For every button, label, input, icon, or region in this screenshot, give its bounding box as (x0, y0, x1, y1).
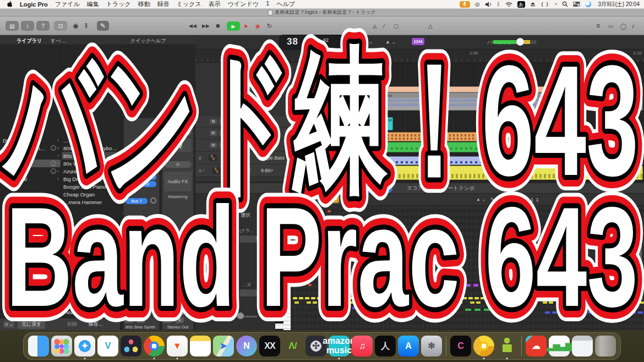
download-icon[interactable]: ↓ (51, 161, 56, 166)
tab-library[interactable]: ライブラリ (17, 37, 42, 45)
audio-fx-slot[interactable]: Audio FX (164, 172, 192, 191)
library-preset[interactable]: Cheap Organ (62, 190, 119, 198)
scrollbar[interactable] (638, 217, 642, 294)
pencil-tool-menu[interactable]: ✎ ⌄ (489, 196, 501, 203)
forward-button[interactable]: ▶▶ (202, 21, 210, 31)
record-enable-button[interactable]: R (228, 142, 236, 148)
dock-app[interactable]: Λ/ (282, 336, 303, 356)
snap-button[interactable]: ✕ (318, 196, 325, 203)
stop-button[interactable]: ■ (216, 21, 220, 31)
tab-all-sounds[interactable]: すべ… (51, 37, 66, 45)
editor-tab[interactable]: スマートテンポ (437, 185, 474, 192)
dock-app[interactable]: ☁ (526, 336, 547, 356)
library-preset[interactable]: 80s Signature Keyboard (62, 144, 119, 152)
menu-item[interactable]: 録音 (157, 0, 170, 8)
editor-tab[interactable]: ピアノロール (345, 184, 392, 193)
control-center-icon[interactable] (573, 2, 580, 7)
search-icon[interactable] (562, 1, 568, 7)
dock-app[interactable]: ✻ (421, 336, 442, 356)
menu-item[interactable]: 移動 (138, 0, 150, 8)
capture-record-button[interactable]: ◉ (255, 21, 260, 31)
mute-button[interactable]: M (223, 155, 231, 161)
track-row[interactable]: M S R (195, 116, 308, 128)
dock-app[interactable]: ▂▅▃▆ (549, 336, 570, 356)
mode-select[interactable]: ⌃⌄ (239, 235, 264, 243)
track-row[interactable]: M S R (195, 139, 308, 152)
disclosure-icon[interactable]: › (203, 168, 206, 173)
piano-roll-grid[interactable] (291, 206, 644, 330)
quantize-select[interactable]: …⌃⌄ (239, 289, 265, 297)
velocity-knob[interactable] (237, 312, 244, 319)
library-preset[interactable]: Azure Crystal Synth B… (62, 167, 119, 175)
mute-button[interactable]: M (210, 119, 217, 124)
mute-button[interactable]: M (227, 168, 233, 173)
dock-app[interactable]: ➤ (213, 336, 234, 356)
region-blue[interactable]: 04 (310, 156, 643, 165)
library-preset[interactable]: Flea Market Wurli (62, 308, 119, 316)
dock-app[interactable]: 人 (375, 336, 396, 356)
region-strip[interactable] (368, 86, 643, 92)
screen-record-icon[interactable]: ◎ (475, 1, 480, 7)
dock-app[interactable]: ▼ (167, 336, 188, 356)
bounce-button[interactable]: Bnc (173, 309, 184, 315)
list-editors-icon[interactable]: ≡ (596, 21, 600, 31)
dock-app[interactable] (473, 336, 494, 356)
library-category[interactable]: Mallet↓› (1, 167, 61, 175)
library-action-menu[interactable]: ⊙ ⌄ (3, 321, 14, 328)
plugin-slot[interactable]: Tape Delay (125, 167, 156, 173)
siri-icon[interactable] (585, 1, 591, 7)
track-row[interactable]: 9 › ▚ M S R 8-Bit+ (195, 164, 308, 177)
volume-icon[interactable] (485, 2, 492, 7)
cursor-tool-menu[interactable]: ▲ ⌄ (385, 39, 396, 45)
menu-item[interactable]: 1 (266, 0, 269, 8)
eject-icon[interactable] (530, 2, 536, 7)
region-green[interactable] (361, 142, 643, 152)
velocity-slider[interactable] (203, 316, 258, 317)
solo-button[interactable]: S (175, 317, 184, 323)
cursor-tool-menu[interactable]: ▲ ⌄ (474, 196, 487, 203)
quickhelp-icon[interactable]: ◉ (73, 21, 78, 31)
library-preset[interactable]: …mera Hammer (62, 198, 119, 206)
menu-item[interactable]: 表示 (209, 0, 221, 8)
tab-quick-help[interactable]: クイックヘルプ (130, 37, 166, 45)
mute-button[interactable]: M (210, 130, 217, 136)
region-small[interactable] (425, 106, 433, 114)
library-preset[interactable]: Big Dripper (62, 175, 119, 183)
eq-slot[interactable]: EQ (164, 139, 192, 152)
setting-button[interactable]: Setting (164, 129, 192, 135)
track-row[interactable]: 8 ▚ M S R Simple Bass (195, 152, 308, 164)
download-icon[interactable]: ↓ (51, 145, 56, 151)
record-enable-button[interactable]: R (244, 168, 251, 173)
mute-button[interactable]: M (124, 317, 133, 323)
library-preset[interactable]: …Vibe (62, 136, 119, 144)
solo-button[interactable]: S (219, 119, 226, 124)
dock-app[interactable] (144, 336, 165, 356)
plugin-slot[interactable]: Chorus (125, 174, 156, 180)
replace-icon[interactable]: ▢ (394, 21, 399, 31)
clock-status-icon[interactable]: ◔ (554, 1, 557, 7)
library-preset[interactable]: 80s Sine Synth (62, 152, 119, 160)
solo-button[interactable]: S (233, 155, 240, 161)
rewind-button[interactable]: ◀◀ (189, 21, 197, 31)
dock-app[interactable] (496, 336, 517, 356)
send-knob[interactable] (150, 198, 156, 204)
piano-keyboard[interactable] (275, 206, 291, 330)
tracks-ruler[interactable]: 0:300:501:002:10 1321 (195, 50, 644, 63)
menu-item[interactable]: ミックス (177, 0, 201, 8)
library-preset[interactable]: Boogie Man Piano (62, 183, 119, 190)
plugin-slot[interactable]: RetroSyn (125, 160, 156, 166)
bluetooth-icon[interactable]: ᛒ (497, 1, 500, 7)
wifi-icon[interactable] (505, 2, 512, 7)
library-category[interactable]: Drum Kit› (1, 136, 61, 144)
dock-app[interactable] (521, 336, 522, 356)
library-preset[interactable]: Feedback Rhodes (62, 300, 119, 308)
link-button[interactable]: ∞ (332, 196, 339, 203)
dock-app[interactable]: C (450, 336, 471, 356)
dock-app[interactable] (446, 336, 446, 356)
dock-app[interactable] (121, 336, 141, 356)
send-slot[interactable]: Bus 7 (125, 198, 148, 204)
menu-item[interactable]: 編集 (87, 0, 99, 8)
library-category[interactable]: Electronic Drum…↓› (1, 144, 61, 152)
dock-app[interactable]: amazon music (329, 336, 350, 356)
region-electric-piano[interactable]: Electric Piano (366, 92, 643, 111)
